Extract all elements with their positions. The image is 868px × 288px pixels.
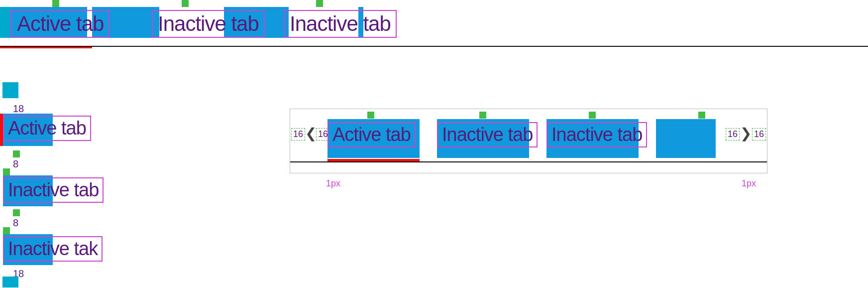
left-num8-1: 8 <box>13 158 18 170</box>
left-active-label[interactable]: Active tab <box>3 116 91 141</box>
right-num16-right2: 16 <box>752 128 766 141</box>
right-left-arrow[interactable]: ❮ <box>305 125 317 142</box>
left-green-dot-2 <box>13 209 20 216</box>
right-px-label-left: 1px <box>326 178 340 189</box>
green-dot-1 <box>52 0 59 7</box>
right-extra-blue <box>656 119 716 158</box>
top-inactive-tab1-label[interactable]: Inactive tab <box>152 10 265 38</box>
left-cyan-bottom <box>2 277 18 288</box>
right-green-dot-3 <box>589 112 596 119</box>
right-num16-left1: 16 <box>291 128 305 141</box>
left-inactive2-label[interactable]: Inactive tak <box>3 236 103 262</box>
left-inactive2-green-sq <box>3 227 10 234</box>
right-black-line <box>290 161 767 162</box>
right-right-arrow[interactable]: ❯ <box>740 125 752 142</box>
left-inactive1-label[interactable]: Inactive tab <box>3 177 104 203</box>
green-dot-3 <box>316 0 323 7</box>
top-inactive-tab2-label[interactable]: Inactive tab <box>284 10 397 38</box>
right-num16-right1: 16 <box>726 128 740 141</box>
left-num8-2: 8 <box>13 217 18 229</box>
right-inactive1-label[interactable]: Inactive tab <box>437 122 538 147</box>
green-dot-2 <box>182 0 189 7</box>
right-px-label-right: 1px <box>742 178 756 189</box>
left-cyan-top <box>2 82 18 98</box>
right-green-dot-1 <box>367 112 374 119</box>
right-scroll-container: 16 ❮ 16 Active tab Inactive tab Inactive… <box>290 109 767 173</box>
right-green-dot-2 <box>479 112 486 119</box>
left-green-dot-1 <box>13 150 20 157</box>
left-num18: 18 <box>13 103 24 115</box>
top-active-tab-label[interactable]: Active tab <box>11 10 109 38</box>
top-black-line <box>0 46 868 47</box>
left-inactive1-green-sq <box>3 168 10 175</box>
right-active-label[interactable]: Active tab <box>327 122 416 147</box>
right-inactive2-label[interactable]: Inactive tab <box>546 122 647 147</box>
right-green-dot-4 <box>698 112 705 119</box>
